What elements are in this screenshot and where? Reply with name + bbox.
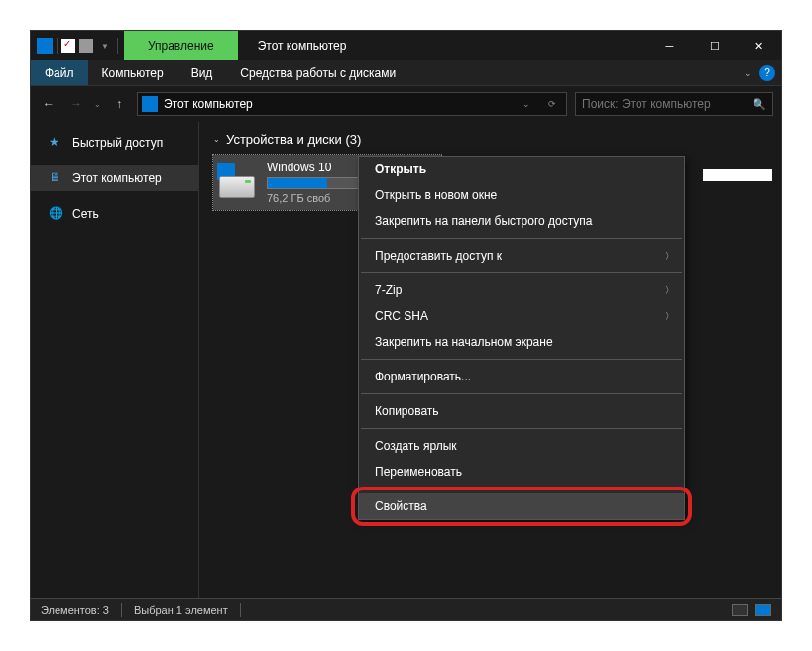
ctx-separator — [361, 428, 682, 429]
ctx-open-new-window[interactable]: Открыть в новом окне — [359, 182, 684, 208]
network-icon: 🌐 — [49, 206, 64, 222]
ctx-pin-quick-access[interactable]: Закрепить на панели быстрого доступа — [359, 208, 684, 234]
chevron-right-icon: 〉 — [665, 250, 674, 263]
navigation-pane: ★ Быстрый доступ 🖥 Этот компьютер 🌐 Сеть — [31, 122, 199, 598]
sidebar-item-this-pc[interactable]: 🖥 Этот компьютер — [31, 165, 198, 191]
ribbon-tab-file[interactable]: Файл — [31, 60, 88, 85]
ribbon-tab-computer[interactable]: Компьютер — [88, 60, 177, 85]
ctx-separator — [361, 359, 682, 360]
ctx-open[interactable]: Открыть — [359, 157, 684, 182]
status-items-count: Элементов: 3 — [41, 604, 109, 616]
navigation-bar: ← → ⌄ ↑ Этот компьютер ⌄ ⟳ 🔍 — [31, 86, 781, 122]
ctx-separator — [361, 488, 682, 489]
qat-properties-icon[interactable] — [61, 39, 75, 53]
status-selected: Выбран 1 элемент — [134, 604, 228, 616]
ctx-properties[interactable]: Свойства — [359, 493, 684, 519]
search-box[interactable]: 🔍 — [575, 92, 773, 116]
quick-access-toolbar: ▼ — [31, 38, 124, 54]
group-header-devices[interactable]: ⌄ Устройства и диски (3) — [213, 132, 767, 147]
chevron-right-icon: 〉 — [665, 284, 674, 297]
ctx-rename[interactable]: Переименовать — [359, 459, 684, 485]
qat-dropdown-icon[interactable]: ▼ — [97, 42, 113, 51]
back-button[interactable]: ← — [39, 94, 58, 114]
address-bar[interactable]: Этот компьютер ⌄ ⟳ — [137, 92, 567, 116]
refresh-icon[interactable]: ⟳ — [542, 99, 562, 109]
sidebar-item-label: Сеть — [72, 207, 99, 221]
ribbon-tab-view[interactable]: Вид — [177, 60, 227, 85]
status-bar: Элементов: 3 Выбран 1 элемент — [31, 598, 781, 620]
context-menu: Открыть Открыть в новом окне Закрепить н… — [358, 156, 685, 520]
manage-tab-label: Управление — [148, 39, 214, 53]
chevron-right-icon: 〉 — [665, 310, 674, 323]
qat-separator — [117, 38, 118, 54]
up-button[interactable]: ↑ — [109, 94, 129, 114]
address-text: Этот компьютер — [164, 97, 253, 111]
ctx-copy[interactable]: Копировать — [359, 398, 684, 424]
minimize-button[interactable]: ─ — [647, 31, 692, 60]
ribbon-contextual-tab-manage[interactable]: Управление — [124, 31, 238, 60]
group-header-label: Устройства и диски (3) — [226, 132, 361, 147]
ctx-separator — [361, 393, 682, 394]
status-separator — [121, 603, 122, 617]
ctx-crc-sha[interactable]: CRC SHA〉 — [359, 303, 684, 329]
window-controls: ─ ☐ ✕ — [647, 31, 781, 60]
close-button[interactable]: ✕ — [737, 31, 781, 60]
search-input[interactable] — [582, 97, 753, 111]
search-icon[interactable]: 🔍 — [753, 98, 766, 111]
ctx-7zip[interactable]: 7-Zip〉 — [359, 277, 684, 303]
sidebar-item-network[interactable]: 🌐 Сеть — [31, 201, 198, 227]
sidebar-item-quick-access[interactable]: ★ Быстрый доступ — [31, 130, 198, 156]
ctx-format[interactable]: Форматировать... — [359, 364, 684, 389]
app-icon — [37, 38, 53, 54]
window-title: Этот компьютер — [238, 39, 367, 53]
forward-button[interactable]: → — [66, 94, 86, 114]
drive-icon — [217, 163, 257, 202]
titlebar: ▼ Управление Этот компьютер ─ ☐ ✕ — [31, 31, 781, 60]
ctx-pin-start[interactable]: Закрепить на начальном экране — [359, 329, 684, 355]
chevron-down-icon: ⌄ — [213, 135, 220, 144]
qat-separator — [57, 38, 58, 54]
ribbon-tabs: Файл Компьютер Вид Средства работы с дис… — [31, 60, 781, 86]
drive-usage-bar-partial — [703, 169, 772, 181]
qat-newfolder-icon[interactable] — [79, 39, 93, 53]
location-icon — [142, 96, 158, 112]
star-icon: ★ — [49, 135, 64, 151]
address-dropdown-icon[interactable]: ⌄ — [517, 99, 536, 109]
history-dropdown-icon[interactable]: ⌄ — [94, 100, 101, 109]
ctx-separator — [361, 272, 682, 273]
help-icon[interactable]: ? — [759, 65, 775, 81]
status-separator — [240, 603, 241, 617]
sidebar-item-label: Быстрый доступ — [72, 136, 163, 150]
view-details-icon[interactable] — [732, 604, 748, 616]
ribbon-tab-disk-tools[interactable]: Средства работы с дисками — [226, 60, 409, 85]
maximize-button[interactable]: ☐ — [692, 31, 737, 60]
ribbon-collapse-icon[interactable]: ⌄ — [736, 68, 759, 78]
sidebar-item-label: Этот компьютер — [72, 171, 162, 185]
ctx-separator — [361, 238, 682, 239]
ctx-give-access[interactable]: Предоставить доступ к〉 — [359, 243, 684, 269]
view-tiles-icon[interactable] — [755, 604, 771, 616]
file-explorer-window: ▼ Управление Этот компьютер ─ ☐ ✕ Файл К… — [30, 30, 782, 621]
pc-icon: 🖥 — [49, 170, 64, 186]
ctx-create-shortcut[interactable]: Создать ярлык — [359, 433, 684, 459]
